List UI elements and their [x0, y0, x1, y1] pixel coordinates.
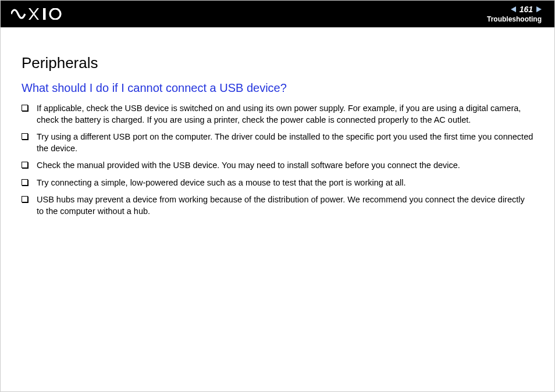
svg-rect-0: [43, 8, 46, 20]
page-content: Peripherals What should I do if I cannot…: [1, 27, 554, 218]
list-item-text: Try connecting a simple, low-powered dev…: [37, 178, 406, 187]
list-item-text: Check the manual provided with the USB d…: [37, 161, 460, 170]
list-item: If applicable, check the USB device is s…: [22, 103, 533, 126]
list-item-text: If applicable, check the USB device is s…: [37, 104, 521, 124]
page-title: Peripherals: [22, 54, 533, 72]
checkbox-bullet-icon: [22, 196, 28, 202]
checkbox-bullet-icon: [22, 105, 28, 111]
list-item-text: USB hubs may prevent a device from worki…: [37, 195, 525, 216]
question-heading: What should I do if I cannot connect a U…: [22, 81, 533, 95]
list-item: Try connecting a simple, low-powered dev…: [22, 177, 533, 189]
next-page-arrow-icon[interactable]: [536, 6, 542, 12]
section-label: Troubleshooting: [487, 15, 542, 23]
header-right: 161 Troubleshooting: [487, 5, 542, 23]
vaio-logo-svg: [11, 8, 67, 20]
checkbox-bullet-icon: [22, 162, 28, 168]
list-item: USB hubs may prevent a device from worki…: [22, 194, 533, 217]
vaio-logo: [11, 8, 67, 20]
list-item: Try using a different USB port on the co…: [22, 131, 533, 154]
list-item: Check the manual provided with the USB d…: [22, 160, 533, 172]
page-number: 161: [520, 5, 533, 14]
list-item-text: Try using a different USB port on the co…: [37, 132, 533, 153]
checkbox-bullet-icon: [22, 179, 28, 186]
prev-page-arrow-icon[interactable]: [511, 6, 516, 12]
page-navigation: 161: [511, 5, 542, 14]
troubleshoot-list: If applicable, check the USB device is s…: [22, 103, 533, 218]
checkbox-bullet-icon: [22, 133, 28, 140]
svg-point-1: [50, 9, 61, 19]
header-bar: 161 Troubleshooting: [1, 1, 554, 27]
